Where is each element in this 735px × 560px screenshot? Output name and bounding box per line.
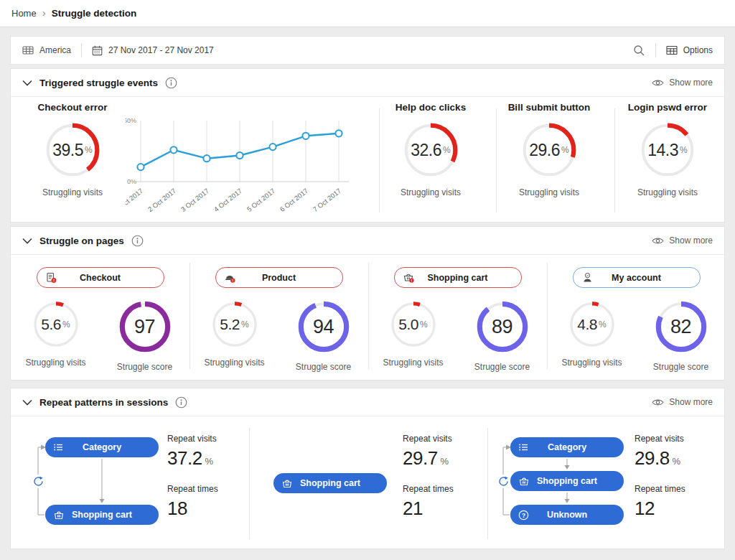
repeat-times-label: Repeat times	[635, 484, 728, 494]
repeat-times-label: Repeat times	[403, 484, 496, 494]
my-account-icon	[581, 272, 594, 284]
loop-sync-icon	[497, 475, 510, 488]
page-card-shopping-cart: Shopping cart 5.0% Struggling visits 89	[368, 263, 547, 372]
help-doc-clicks-donut: 32.6%	[403, 122, 459, 178]
struggle-score-block: 97 Struggle score	[109, 301, 181, 372]
struggling-visits-block: 4.8% Struggling visits	[556, 301, 628, 368]
struggling-visits-block: 5.0% Struggling visits	[378, 301, 449, 368]
step-pill-category[interactable]: Category	[510, 437, 624, 457]
struggle-trend-line-chart: 50%0%1 Oct 20172 Oct 20173 Oct 20174 Oct…	[126, 103, 362, 220]
show-more-label: Show more	[669, 78, 713, 88]
eye-icon	[652, 237, 664, 245]
list-icon	[518, 442, 529, 452]
breadcrumb-home-link[interactable]: Home	[11, 8, 37, 19]
repeat-visits-label: Repeat visits	[403, 434, 496, 444]
info-icon[interactable]	[175, 396, 187, 409]
repeat-group-1: Category Shopping cart Repeat visits 37.…	[22, 428, 249, 543]
repeat-visits-label: Repeat visits	[635, 434, 728, 444]
info-icon[interactable]	[131, 235, 144, 247]
percent-sign: %	[673, 456, 680, 467]
bill-submit-donut: 29.6%	[521, 122, 577, 178]
search-icon[interactable]	[633, 45, 645, 57]
show-more-button[interactable]: Show more	[652, 235, 713, 246]
struggle-score-block: 82 Struggle score	[645, 301, 717, 372]
event-title: Help doc clicks	[377, 102, 484, 113]
section-title: Triggered struggle events	[39, 78, 158, 88]
repeat-stats: Repeat visits 29.8% Repeat times 12	[635, 434, 728, 520]
repeat-visits-value: 37.2	[167, 447, 202, 469]
collapse-chevron-icon[interactable]	[22, 399, 32, 406]
my-account-visits-donut: 4.8%	[568, 301, 616, 348]
score-caption: Struggle score	[109, 362, 181, 372]
section-header: Struggle on pages Show more	[11, 227, 724, 255]
percent-sign: %	[62, 319, 70, 330]
step-pill-shopping-cart[interactable]: Shopping cart	[45, 505, 159, 525]
page-card-checkout: Checkout 5.6% Struggling visits 97	[11, 263, 189, 372]
percent-sign: %	[680, 145, 688, 155]
event-caption: Struggling visits	[377, 187, 484, 197]
show-more-button[interactable]: Show more	[652, 397, 713, 407]
percent-sign: %	[599, 319, 607, 330]
event-value: 32.6	[411, 141, 441, 160]
visits-caption: Struggling visits	[556, 358, 628, 368]
product-page-button[interactable]: Product	[215, 267, 343, 288]
score-value: 89	[492, 316, 512, 338]
event-title: Login pswd error	[614, 102, 721, 113]
product-visits-donut: 5.2%	[211, 301, 258, 348]
region-label: America	[39, 45, 71, 55]
percent-sign: %	[561, 145, 569, 155]
struggle-score-block: 94 Struggle score	[288, 301, 360, 372]
eye-icon	[652, 398, 664, 406]
svg-text:4 Oct 2017: 4 Oct 2017	[212, 187, 243, 213]
section-header: Triggered struggle events Show more	[11, 69, 724, 97]
step-pill-shopping-cart[interactable]: Shopping cart	[510, 471, 624, 491]
checkout-visits-donut: 5.6%	[32, 301, 80, 348]
region-selector[interactable]: America	[22, 45, 71, 55]
toolbar-divider	[81, 43, 82, 57]
score-value: 94	[313, 316, 334, 338]
step-pill-unknown[interactable]: ? Unknown	[510, 505, 624, 525]
show-more-button[interactable]: Show more	[652, 78, 713, 88]
calendar-icon	[92, 45, 103, 56]
visits-value: 5.0	[398, 316, 418, 333]
checkout-bill-icon	[45, 272, 57, 284]
date-range-selector[interactable]: 27 Nov 2017 - 27 Nov 2017	[92, 45, 214, 56]
svg-text:?: ?	[522, 511, 525, 518]
section-struggle-on-pages: Struggle on pages Show more Checkout	[10, 226, 725, 381]
svg-text:5 Oct 2017: 5 Oct 2017	[245, 187, 276, 213]
collapse-chevron-icon[interactable]	[22, 80, 32, 86]
repeat-group-3: Category Shopping cart ? Unknown Repeat …	[487, 428, 726, 543]
section-header: Repeat patterns in sessions Show more	[11, 388, 724, 416]
options-button[interactable]: Options	[666, 45, 713, 55]
show-more-label: Show more	[669, 397, 713, 407]
struggling-visits-block: 5.6% Struggling visits	[20, 301, 92, 368]
repeat-visits-value: 29.8	[635, 447, 670, 469]
page-card-my-account: My account 4.8% Struggling visits 82	[547, 263, 726, 372]
step-pill-shopping-cart[interactable]: Shopping cart	[273, 473, 387, 493]
shopping-cart-page-button[interactable]: Shopping cart	[394, 267, 522, 288]
step-pill-category[interactable]: Category	[45, 437, 159, 457]
repeat-times-value: 21	[403, 498, 496, 520]
score-value: 97	[134, 316, 155, 338]
checkout-error-donut: 39.5%	[45, 122, 100, 178]
info-icon[interactable]	[165, 77, 177, 89]
visits-value: 5.2	[220, 316, 240, 333]
loop-sync-icon	[32, 475, 45, 488]
percent-sign: %	[420, 319, 428, 330]
login-pswd-error-donut: 14.3%	[640, 122, 696, 178]
event-card-login-pswd-error: Login pswd error 14.3% Struggling visits	[614, 102, 721, 197]
percent-sign: %	[205, 456, 213, 467]
percent-sign: %	[443, 145, 451, 155]
checkout-page-button[interactable]: Checkout	[37, 267, 164, 288]
score-caption: Struggle score	[467, 362, 538, 372]
filter-toolbar: America 27 Nov 2017 - 27 Nov 2017	[10, 36, 725, 65]
visits-caption: Struggling visits	[378, 358, 449, 368]
my-account-page-button[interactable]: My account	[573, 267, 701, 288]
event-caption: Struggling visits	[19, 187, 126, 197]
event-caption: Struggling visits	[495, 187, 603, 197]
collapse-chevron-icon[interactable]	[22, 238, 32, 244]
breadcrumb-separator-icon: ›	[42, 6, 46, 19]
event-title: Bill submit button	[495, 102, 603, 113]
basket-icon	[281, 478, 293, 489]
visits-caption: Struggling visits	[199, 358, 271, 368]
